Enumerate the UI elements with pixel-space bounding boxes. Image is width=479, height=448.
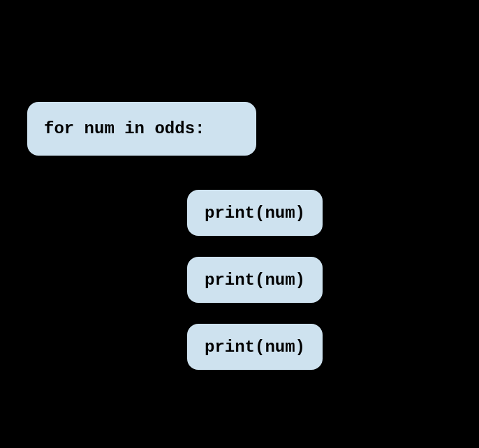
for-loop-block: for num in odds: xyxy=(24,99,259,158)
print-block-2: print(num) xyxy=(184,254,325,306)
print-block-1: print(num) xyxy=(184,187,325,239)
print-block-3: print(num) xyxy=(184,321,325,373)
